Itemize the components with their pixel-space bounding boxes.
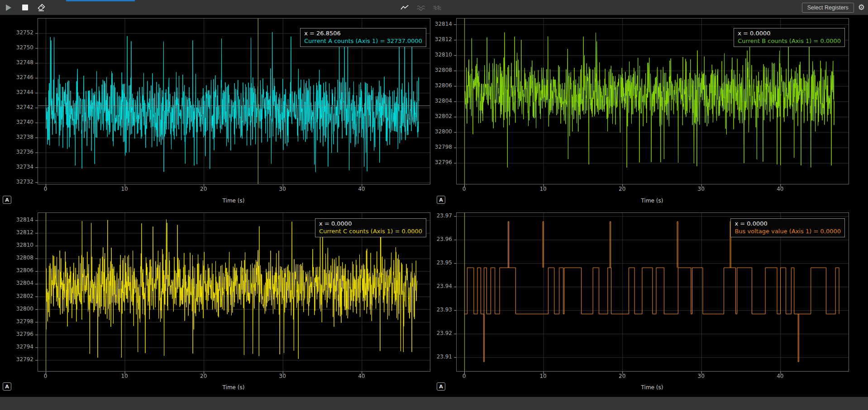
autoscale-button[interactable]: A <box>437 196 445 204</box>
plot-panel-bus-voltage: x = 0.0000 Bus voltage value (Axis 1) = … <box>434 212 868 397</box>
x-tick-label: 40 <box>773 186 788 192</box>
autoscale-button[interactable]: A <box>3 196 11 204</box>
stacked-signals-view-button[interactable] <box>416 2 425 13</box>
stacked-waves-icon <box>416 4 425 11</box>
y-tick-label: 32808 <box>0 254 33 261</box>
cursor-readout-current-b: x = 0.0000 Current B counts (Axis 1) = 0… <box>734 28 845 47</box>
x-tick-label: 0 <box>38 373 53 379</box>
y-tick-label: 32804 <box>434 98 452 104</box>
x-tick-label: 10 <box>535 186 551 192</box>
y-tick-label: 32810 <box>434 52 452 58</box>
plot-panel-current-c: x = 0.0000 Current C counts (Axis 1) = 0… <box>0 212 434 397</box>
x-tick-label: 10 <box>535 373 551 379</box>
y-tick-label: 32732 <box>0 179 33 185</box>
y-tick-label: 32792 <box>0 356 33 363</box>
y-tick-label: 32794 <box>0 344 33 350</box>
x-tick-label: 0 <box>456 186 472 192</box>
stop-icon <box>22 5 28 10</box>
charts-grid: x = 26.8506 Current A counts (Axis 1) = … <box>0 15 868 397</box>
stop-button[interactable] <box>20 2 29 13</box>
plot-area-current-c[interactable]: x = 0.0000 Current C counts (Axis 1) = 0… <box>38 212 430 372</box>
x-tick-label: 20 <box>615 186 630 192</box>
x-tick-label: 30 <box>693 373 709 379</box>
plot-area-bus-voltage[interactable]: x = 0.0000 Bus voltage value (Axis 1) = … <box>456 212 849 372</box>
plot-panel-current-a: x = 26.8506 Current A counts (Axis 1) = … <box>0 15 434 212</box>
cursor-readout-current-a: x = 26.8506 Current A counts (Axis 1) = … <box>300 28 426 47</box>
plot-panel-current-b: x = 0.0000 Current B counts (Axis 1) = 0… <box>434 15 868 212</box>
y-tick-label: 32796 <box>434 159 452 165</box>
y-tick-label: 32744 <box>0 89 33 95</box>
y-tick-label: 32802 <box>0 293 33 299</box>
y-tick-label: 23.94 <box>434 283 452 289</box>
x-axis-title: Time (s) <box>456 384 848 391</box>
y-tick-label: 32802 <box>434 113 452 119</box>
x-tick-label: 40 <box>354 373 369 379</box>
y-tick-label: 32736 <box>0 149 33 155</box>
y-tick-label: 32812 <box>0 229 33 236</box>
x-tick-label: 40 <box>773 373 788 379</box>
y-tick-label: 32798 <box>434 144 452 150</box>
y-tick-label: 32740 <box>0 119 33 125</box>
y-tick-label: 32752 <box>0 29 33 36</box>
y-tick-label: 23.91 <box>434 353 452 360</box>
x-tick-label: 30 <box>275 186 290 192</box>
split-waves-icon <box>433 4 442 11</box>
y-tick-label: 32812 <box>434 36 452 42</box>
erase-button[interactable] <box>37 2 46 13</box>
play-icon <box>6 5 11 11</box>
y-tick-label: 32738 <box>0 134 33 140</box>
y-tick-label: 32734 <box>0 164 33 170</box>
y-tick-label: 23.97 <box>434 212 452 219</box>
x-axis-title: Time (s) <box>38 198 429 204</box>
cursor-series-value: Current B counts (Axis 1) = 0.0000 <box>738 37 841 45</box>
autoscale-button[interactable]: A <box>437 382 445 391</box>
cursor-series-value: Current A counts (Axis 1) = 32737.0000 <box>304 37 422 45</box>
signal-line-icon <box>400 4 409 11</box>
cursor-readout-current-c: x = 0.0000 Current C counts (Axis 1) = 0… <box>315 218 426 237</box>
y-tick-label: 23.96 <box>434 236 452 242</box>
eraser-icon <box>37 4 45 11</box>
y-tick-label: 32814 <box>0 217 33 223</box>
y-tick-label: 32750 <box>0 44 33 51</box>
toolbar-view-controls <box>400 0 442 15</box>
gear-icon[interactable]: ⚙ <box>858 4 865 11</box>
y-tick-label: 32814 <box>434 21 452 27</box>
run-button[interactable] <box>4 2 13 13</box>
plot-area-current-b[interactable]: x = 0.0000 Current B counts (Axis 1) = 0… <box>456 18 849 184</box>
x-tick-label: 30 <box>693 186 709 192</box>
x-tick-label: 10 <box>117 373 132 379</box>
y-tick-label: 32796 <box>0 331 33 337</box>
cursor-readout-bus-voltage: x = 0.0000 Bus voltage value (Axis 1) = … <box>730 218 845 237</box>
cursor-x-value: x = 0.0000 <box>319 220 422 227</box>
plot-area-current-a[interactable]: x = 26.8506 Current A counts (Axis 1) = … <box>38 18 430 184</box>
x-tick-label: 40 <box>354 186 369 192</box>
x-axis-title: Time (s) <box>38 384 429 391</box>
select-registers-button[interactable]: Select Registers <box>802 3 854 13</box>
y-tick-label: 32748 <box>0 59 33 66</box>
cursor-x-value: x = 26.8506 <box>304 29 422 37</box>
toolbar-run-controls <box>4 0 46 15</box>
y-tick-label: 23.92 <box>434 330 452 336</box>
cursor-x-value: x = 0.0000 <box>738 29 841 37</box>
cursor-series-value: Bus voltage value (Axis 1) = 0.0000 <box>734 227 841 235</box>
y-tick-label: 32804 <box>0 280 33 286</box>
x-tick-label: 0 <box>456 373 472 379</box>
y-tick-label: 32800 <box>434 128 452 135</box>
x-tick-label: 20 <box>615 373 630 379</box>
y-tick-label: 32810 <box>0 242 33 248</box>
y-tick-label: 23.93 <box>434 306 452 313</box>
toolbar: Select Registers ⚙ <box>0 0 868 15</box>
x-tick-label: 0 <box>38 186 53 192</box>
cursor-series-value: Current C counts (Axis 1) = 0.0000 <box>319 227 422 235</box>
y-tick-label: 32742 <box>0 104 33 110</box>
y-tick-label: 23.95 <box>434 259 452 266</box>
y-tick-label: 32800 <box>0 306 33 312</box>
split-signals-view-button[interactable] <box>433 2 442 13</box>
autoscale-button[interactable]: A <box>3 382 11 391</box>
x-tick-label: 20 <box>196 186 211 192</box>
x-tick-label: 10 <box>117 186 132 192</box>
y-tick-label: 32806 <box>434 82 452 89</box>
single-signal-view-button[interactable] <box>400 2 409 13</box>
x-axis-title: Time (s) <box>456 198 848 204</box>
y-tick-label: 32806 <box>0 267 33 273</box>
